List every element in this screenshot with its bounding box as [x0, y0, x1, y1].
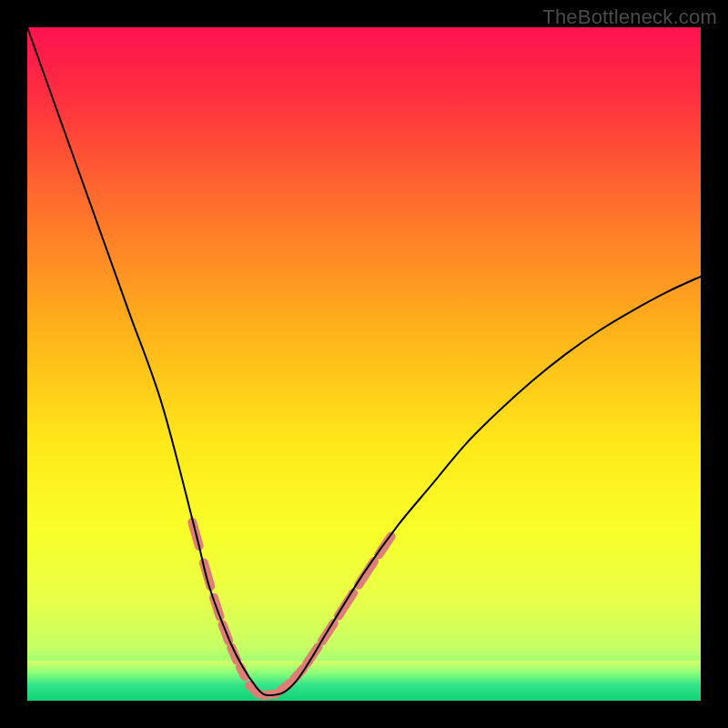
watermark-text: TheBottleneck.com: [542, 5, 717, 29]
highlight-dash: [359, 561, 374, 585]
chart-stage: TheBottleneck.com: [0, 0, 728, 728]
highlight-dash: [379, 536, 390, 554]
plot-area: [27, 27, 701, 701]
highlight-dash: [339, 593, 353, 616]
highlight-dash: [204, 562, 210, 586]
curve-layer: [27, 27, 701, 701]
bottleneck-curve: [27, 27, 701, 695]
